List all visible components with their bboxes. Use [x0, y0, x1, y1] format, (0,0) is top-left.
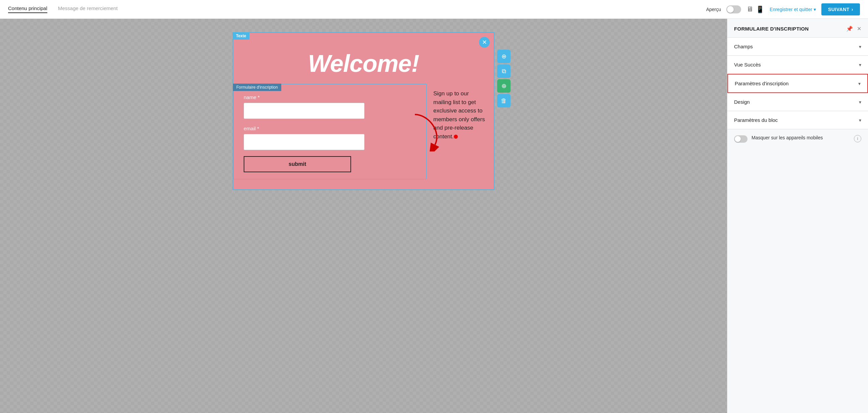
accordion-vue-succes: Vue Succès ▾ — [727, 56, 868, 74]
accordion-design: Design ▾ — [727, 93, 868, 111]
accordion-parametres-inscription-header[interactable]: Paramètres d'inscription ▾ — [728, 75, 867, 92]
red-dot — [454, 135, 458, 139]
design-label: Design — [734, 99, 750, 105]
vue-succes-label: Vue Succès — [734, 62, 761, 67]
parametres-inscription-chevron: ▾ — [858, 81, 861, 86]
parametres-bloc-label: Paramètres du bloc — [734, 117, 778, 123]
name-input[interactable] — [244, 103, 365, 119]
right-panel: ✕ ＋ FORMULAIRE D'INSCRIPTION 📌 ✕ Champs … — [727, 19, 868, 413]
welcome-text: Welcome! — [243, 50, 484, 77]
name-label: name * — [244, 94, 416, 100]
parametres-bloc-chevron: ▾ — [859, 118, 861, 123]
suivant-button[interactable]: SUIVANT › — [822, 3, 860, 16]
desktop-icon[interactable]: 🖥 — [746, 5, 753, 13]
header-tabs: Contenu principal Message de remerciemen… — [8, 5, 118, 13]
move-icon[interactable]: ⊕ — [497, 50, 510, 63]
save-button[interactable]: Enregistrer et quitter ▾ — [770, 7, 816, 12]
info-icon[interactable]: i — [854, 135, 861, 142]
mobile-toggle[interactable] — [734, 135, 747, 143]
design-chevron: ▾ — [859, 99, 861, 105]
form-section: Formulaire d'inscription — [233, 84, 494, 189]
accordion-champs: Champs ▾ — [727, 38, 868, 56]
float-toolbar: ⊕ ⧉ ⊕ 🗑 — [497, 50, 510, 108]
accordion-vue-succes-header[interactable]: Vue Succès ▾ — [727, 56, 868, 73]
close-icon[interactable]: ✕ — [857, 26, 861, 32]
tab-message-remerciement[interactable]: Message de remerciement — [58, 5, 118, 13]
header-right: Aperçu 🖥 📱 Enregistrer et quitter ▾ SUIV… — [706, 3, 860, 16]
suivant-arrow: › — [851, 7, 853, 12]
champs-chevron: ▾ — [859, 44, 861, 49]
delete-icon[interactable]: 🗑 — [497, 94, 510, 108]
save-chevron: ▾ — [814, 7, 816, 12]
texte-badge: Texte — [232, 32, 249, 40]
submit-button[interactable]: submit — [244, 156, 351, 172]
apercu-label: Aperçu — [706, 7, 721, 12]
sidebar-text: Sign up to our mailing list to get exclu… — [427, 84, 494, 179]
sidebar-content: Sign up to our mailing list to get exclu… — [433, 90, 485, 140]
panel-header-icons: 📌 ✕ — [846, 26, 861, 32]
panel-header: FORMULAIRE D'INSCRIPTION 📌 ✕ — [727, 19, 868, 38]
champs-label: Champs — [734, 43, 753, 49]
accordion: Champs ▾ Vue Succès ▾ Paramètres d'inscr… — [727, 38, 868, 129]
accordion-champs-header[interactable]: Champs ▾ — [727, 38, 868, 55]
suivant-label: SUIVANT — [828, 7, 849, 12]
add-icon[interactable]: ⊕ — [497, 79, 510, 93]
vue-succes-chevron: ▾ — [859, 62, 861, 67]
form-fields: Formulaire d'inscription — [233, 84, 427, 179]
form-widget: Texte ✕ ⊕ ⧉ ⊕ 🗑 Welcome! Formulaire d'in… — [232, 32, 494, 190]
apercu-toggle[interactable] — [726, 5, 741, 13]
panel-title: FORMULAIRE D'INSCRIPTION — [734, 26, 809, 32]
pin-icon[interactable]: 📌 — [846, 26, 853, 32]
save-label: Enregistrer et quitter — [770, 7, 812, 12]
widget-close-button[interactable]: ✕ — [479, 37, 490, 48]
email-label: email * — [244, 125, 416, 131]
accordion-parametres-bloc: Paramètres du bloc ▾ — [727, 111, 868, 129]
email-input[interactable] — [244, 134, 365, 150]
header: Contenu principal Message de remerciemen… — [0, 0, 868, 19]
mobile-toggle-label: Masquer sur les appareils mobiles — [751, 135, 823, 141]
tab-contenu-principal[interactable]: Contenu principal — [8, 5, 47, 13]
accordion-parametres-inscription: Paramètres d'inscription ▾ — [727, 74, 868, 93]
parametres-inscription-label: Paramètres d'inscription — [735, 81, 788, 86]
formulaire-badge: Formulaire d'inscription — [233, 84, 281, 91]
main-layout: Texte ✕ ⊕ ⧉ ⊕ 🗑 Welcome! Formulaire d'in… — [0, 19, 868, 413]
mobile-icon[interactable]: 📱 — [756, 5, 764, 13]
copy-icon[interactable]: ⧉ — [497, 64, 510, 78]
email-field-group: email * — [244, 125, 416, 150]
welcome-section: Welcome! — [233, 33, 494, 84]
accordion-parametres-bloc-header[interactable]: Paramètres du bloc ▾ — [727, 111, 868, 129]
accordion-design-header[interactable]: Design ▾ — [727, 93, 868, 111]
name-field-group: name * — [244, 94, 416, 119]
mobile-toggle-row: Masquer sur les appareils mobiles i — [727, 129, 868, 148]
device-icons: 🖥 📱 — [746, 5, 764, 13]
canvas-area[interactable]: Texte ✕ ⊕ ⧉ ⊕ 🗑 Welcome! Formulaire d'in… — [0, 19, 727, 413]
